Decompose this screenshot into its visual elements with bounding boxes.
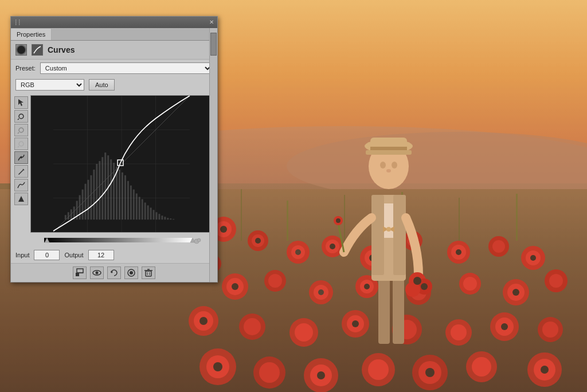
svg-rect-168 — [167, 218, 169, 219]
svg-rect-165 — [158, 214, 160, 219]
svg-rect-164 — [156, 212, 158, 219]
svg-rect-152 — [122, 173, 123, 219]
svg-rect-167 — [164, 217, 166, 219]
svg-rect-186 — [146, 271, 151, 276]
svg-rect-178 — [76, 273, 79, 276]
svg-rect-133 — [68, 212, 69, 219]
svg-point-124 — [20, 156, 22, 159]
gray-eyedropper-btn[interactable] — [14, 124, 28, 136]
properties-tab[interactable]: Properties — [11, 28, 52, 40]
auto-button[interactable]: Auto — [89, 79, 115, 91]
white-eyedropper-btn[interactable] — [14, 138, 28, 150]
svg-rect-155 — [130, 186, 132, 220]
svg-rect-144 — [99, 161, 100, 219]
visibility2-btn[interactable] — [124, 266, 138, 279]
svg-rect-160 — [144, 202, 146, 219]
curves-header: Curves — [11, 41, 217, 60]
output-label: Output — [64, 252, 83, 258]
curves-svg — [31, 96, 212, 232]
clip-shadows-btn[interactable] — [73, 266, 87, 279]
preset-label: Preset: — [15, 65, 36, 72]
close-button[interactable]: ✕ — [209, 19, 214, 25]
svg-rect-154 — [127, 181, 129, 219]
svg-rect-173 — [44, 238, 193, 242]
io-row: Input Output — [11, 247, 217, 263]
delete-btn[interactable] — [142, 266, 155, 279]
preset-row: Preset: Custom — [11, 60, 217, 77]
pointer-tool-btn[interactable] — [14, 96, 28, 109]
svg-rect-163 — [153, 210, 155, 219]
properties-panel: ┋┋ ✕ Properties Curves Preset: Custom RG… — [10, 16, 218, 283]
svg-rect-137 — [79, 195, 81, 220]
svg-rect-153 — [124, 175, 126, 219]
svg-rect-169 — [170, 218, 171, 219]
curves-tools — [13, 95, 29, 233]
black-eyedropper-btn[interactable] — [14, 110, 28, 123]
gradient-bar-svg — [30, 236, 213, 244]
svg-rect-148 — [110, 159, 112, 219]
svg-rect-161 — [147, 205, 149, 219]
svg-rect-150 — [116, 167, 118, 219]
svg-rect-159 — [142, 199, 143, 219]
svg-rect-166 — [161, 215, 163, 219]
svg-rect-158 — [139, 197, 140, 220]
svg-rect-138 — [82, 190, 84, 220]
svg-rect-143 — [96, 164, 97, 219]
drag-handle-dots: ┋┋ — [14, 19, 21, 25]
input-label: Input — [15, 252, 29, 258]
preset-select[interactable]: Custom — [40, 62, 213, 74]
panel-scrollbar[interactable] — [209, 28, 217, 282]
adjustment-layer-icon — [16, 45, 26, 55]
pencil-draw-btn[interactable] — [14, 165, 28, 178]
curves-symbol-icon — [33, 45, 42, 54]
svg-marker-125 — [18, 196, 24, 202]
reset-btn[interactable] — [107, 266, 121, 279]
curves-graph-container — [11, 93, 217, 235]
svg-rect-146 — [104, 152, 106, 219]
output-field[interactable] — [88, 250, 114, 260]
panel-header: Properties — [11, 28, 217, 41]
visibility-btn[interactable] — [90, 266, 104, 279]
smooth-btn[interactable] — [14, 179, 28, 191]
svg-point-121 — [19, 114, 24, 119]
svg-rect-139 — [85, 184, 87, 219]
svg-rect-179 — [77, 269, 83, 273]
curves-icon-box — [15, 44, 27, 56]
black-point-btn[interactable] — [14, 193, 28, 205]
svg-rect-145 — [101, 157, 103, 219]
svg-rect-170 — [173, 219, 174, 219]
panel-titlebar: ┋┋ ✕ — [11, 17, 217, 28]
panel-titlebar-left: ┋┋ — [14, 19, 21, 25]
gradient-bar-row — [11, 235, 217, 247]
svg-point-182 — [96, 272, 99, 275]
svg-rect-140 — [88, 180, 89, 219]
curves-graph[interactable] — [30, 95, 213, 233]
svg-rect-156 — [133, 190, 135, 220]
svg-rect-141 — [90, 175, 92, 219]
svg-point-123 — [19, 142, 24, 146]
input-field[interactable] — [34, 250, 60, 260]
svg-rect-142 — [93, 170, 95, 219]
channel-row: RGB Red Green Blue Auto — [11, 77, 217, 93]
svg-point-185 — [130, 271, 133, 275]
svg-rect-132 — [65, 215, 66, 219]
svg-point-122 — [19, 128, 24, 132]
channel-select[interactable]: RGB Red Green Blue — [15, 79, 84, 91]
scrollbar-thumb[interactable] — [210, 33, 217, 56]
svg-rect-151 — [119, 170, 120, 219]
bottom-toolbar — [11, 263, 217, 282]
curves-title: Curves — [48, 45, 75, 54]
curves-icon-box2 — [32, 44, 43, 56]
svg-rect-157 — [136, 194, 138, 220]
svg-point-177 — [197, 238, 201, 242]
curve-point-btn[interactable] — [14, 151, 28, 164]
svg-rect-162 — [150, 207, 152, 219]
